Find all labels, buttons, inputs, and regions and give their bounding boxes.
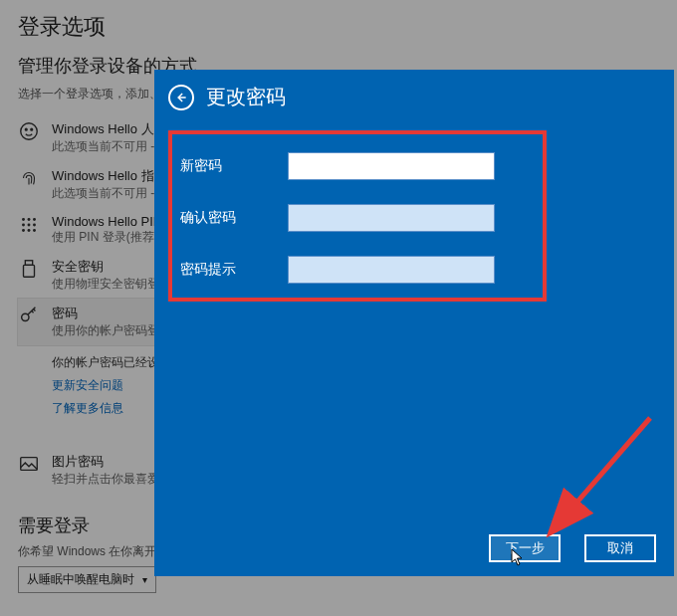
annotation-highlight-box: 新密码 确认密码 密码提示 — [168, 130, 547, 302]
new-password-input[interactable] — [288, 152, 495, 180]
button-label: 下一步 — [506, 539, 545, 557]
confirm-password-input[interactable] — [288, 204, 495, 232]
password-hint-input[interactable] — [288, 256, 495, 284]
confirm-password-label: 确认密码 — [180, 209, 288, 227]
dialog-title: 更改密码 — [206, 84, 286, 110]
arrow-left-icon — [174, 91, 188, 104]
new-password-label: 新密码 — [180, 157, 288, 175]
cancel-button[interactable]: 取消 — [584, 534, 656, 562]
password-hint-label: 密码提示 — [180, 261, 288, 279]
back-button[interactable] — [168, 85, 194, 110]
change-password-dialog: 更改密码 新密码 确认密码 密码提示 下一步 取消 — [154, 70, 674, 576]
button-label: 取消 — [607, 539, 633, 557]
next-button[interactable]: 下一步 — [489, 534, 561, 562]
